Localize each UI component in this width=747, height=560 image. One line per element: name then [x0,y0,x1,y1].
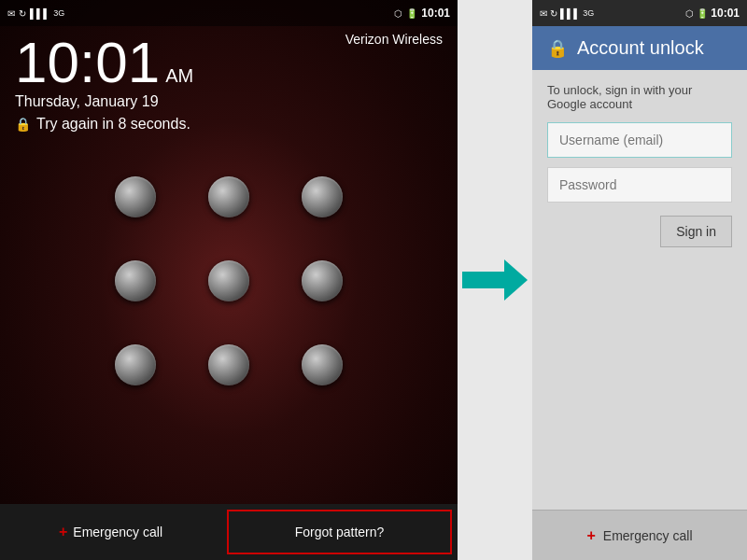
account-unlock-title: Account unlock [577,37,704,59]
forgot-pattern-button[interactable]: Forgot pattern? [227,510,452,554]
emergency-call-label-right[interactable]: Emergency call [603,528,693,543]
pattern-dot-3[interactable] [302,176,343,217]
unlock-screen-panel: ✉ ↻ ▌▌▌ 3G ⬡ 🔋 10:01 🔒 Account unlock To… [532,0,747,560]
arrow-container [458,0,532,560]
pattern-dot-4[interactable] [115,260,156,301]
right-arrow [462,259,528,301]
sign-in-button[interactable]: Sign in [660,216,732,247]
status-icons-right: ✉ ↻ ▌▌▌ 3G [540,8,594,19]
lock-bottom-bar: + Emergency call Forgot pattern? [0,504,458,560]
emergency-call-button-left[interactable]: + Emergency call [0,504,221,560]
forgot-pattern-label: Forgot pattern? [295,525,385,539]
status-right-icons: ⬡ 🔋 10:01 [685,7,740,20]
dot-cell-3[interactable] [275,155,369,239]
status-bar-left: ✉ ↻ ▌▌▌ 3G ⬡ 🔋 10:01 [0,0,458,26]
pattern-dot-5[interactable] [208,260,249,301]
bluetooth-icon-right: ⬡ [685,8,694,19]
dot-cell-2[interactable] [182,155,275,239]
network-icon-right: 3G [583,8,594,18]
account-unlock-header: 🔒 Account unlock [532,26,747,70]
sync-icon-right: ↻ [550,8,557,19]
carrier-name: Verizon Wireless [345,32,443,47]
dot-cell-4[interactable] [89,239,182,323]
try-again-message: 🔒 Try again in 8 seconds. [15,116,443,133]
emergency-plus-icon-right: + [586,527,595,544]
dot-cell-7[interactable] [89,323,182,407]
pattern-dot-8[interactable] [208,344,249,385]
battery-icon: 🔋 [406,8,417,19]
form-subtitle: To unlock, sign in with your Google acco… [547,83,732,111]
sync-icon: ↻ [19,8,26,19]
emergency-call-label-left: Emergency call [73,525,162,539]
time-digits: 10:01 [15,34,160,91]
status-icons-left: ✉ ↻ ▌▌▌ 3G [7,8,64,19]
arrow-head [504,259,528,301]
username-input[interactable] [547,122,732,158]
dot-cell-6[interactable] [275,239,369,323]
status-right: ⬡ 🔋 10:01 [394,7,450,20]
dot-cell-8[interactable] [182,323,275,407]
clock-display-left: 10:01 [421,7,450,20]
signal-icon-right: ▌▌▌ [560,8,580,19]
form-area: To unlock, sign in with your Google acco… [532,70,747,510]
pattern-dot-9[interactable] [302,344,343,385]
ampm-label: AM [165,66,193,85]
dot-cell-9[interactable] [275,323,369,407]
lock-icon-small: 🔒 [15,117,31,132]
pattern-dot-6[interactable] [302,260,343,301]
dot-cell-1[interactable] [89,155,182,239]
time-right: 10:01 [711,7,740,20]
emergency-plus-icon: + [59,524,67,540]
mail-icon: ✉ [7,8,15,19]
network-icon: 3G [53,8,64,18]
pattern-dot-2[interactable] [208,176,249,217]
lock-screen-panel: ✉ ↻ ▌▌▌ 3G ⬡ 🔋 10:01 Verizon Wireless 10… [0,0,458,560]
pattern-dot-1[interactable] [115,176,156,217]
password-input[interactable] [547,167,732,203]
sign-in-label: Sign in [676,224,716,239]
arrow-body [462,272,504,288]
mail-icon-right: ✉ [540,8,547,19]
sign-in-row: Sign in [547,216,732,247]
unlock-bottom-bar: + Emergency call [532,510,747,560]
bluetooth-icon: ⬡ [394,8,402,19]
status-bar-right: ✉ ↻ ▌▌▌ 3G ⬡ 🔋 10:01 [532,0,747,26]
pattern-dot-7[interactable] [115,344,156,385]
dot-cell-5[interactable] [182,239,275,323]
clock-date: Thursday, January 19 [15,93,443,110]
signal-icon: ▌▌▌ [30,8,49,19]
pattern-grid[interactable] [89,155,369,407]
battery-icon-right: 🔋 [697,8,708,19]
header-lock-icon: 🔒 [547,38,568,59]
